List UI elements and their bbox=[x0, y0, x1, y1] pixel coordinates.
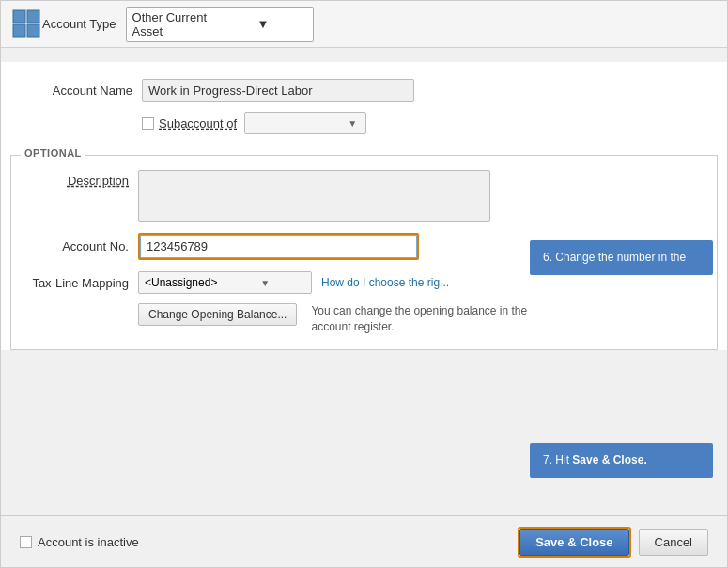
cancel-button[interactable]: Cancel bbox=[639, 529, 708, 556]
callout-1-text: 6. Change the number in the bbox=[543, 251, 686, 264]
svg-rect-0 bbox=[13, 10, 25, 23]
svg-rect-2 bbox=[13, 24, 25, 37]
spacer-1 bbox=[1, 48, 727, 62]
account-type-arrow-icon: ▼ bbox=[220, 17, 307, 32]
grid-icon bbox=[12, 9, 42, 39]
subaccount-dropdown[interactable]: ▼ bbox=[244, 112, 366, 134]
inactive-label: Account is inactive bbox=[38, 535, 139, 549]
main-container: Account Type Other Current Asset ▼ Accou… bbox=[0, 0, 728, 568]
change-balance-row: Change Opening Balance... You can change… bbox=[138, 303, 703, 335]
header-bar: Account Type Other Current Asset ▼ bbox=[1, 1, 727, 48]
change-opening-balance-button[interactable]: Change Opening Balance... bbox=[138, 303, 297, 326]
account-type-label: Account Type bbox=[42, 17, 116, 31]
inactive-checkbox-row: Account is inactive bbox=[20, 535, 518, 549]
description-textarea[interactable] bbox=[138, 170, 490, 222]
tax-line-dropdown[interactable]: <Unassigned> ▼ bbox=[138, 271, 312, 294]
callout-1: 6. Change the number in the bbox=[530, 240, 713, 275]
how-to-link[interactable]: How do I choose the rig... bbox=[321, 276, 449, 289]
optional-label: OPTIONAL bbox=[21, 147, 85, 159]
account-name-input[interactable] bbox=[142, 79, 414, 102]
form-section: Account Name Subaccount of ▼ OPTIONAL De… bbox=[1, 62, 727, 350]
bottom-bar: Account is inactive Save & Close Cancel bbox=[1, 515, 727, 567]
account-no-input-wrapper bbox=[138, 233, 419, 260]
subaccount-arrow-icon: ▼ bbox=[345, 115, 360, 130]
description-row: Description bbox=[25, 170, 703, 222]
account-name-row: Account Name bbox=[20, 79, 708, 102]
account-no-input[interactable] bbox=[140, 235, 417, 258]
account-no-label: Account No. bbox=[25, 239, 129, 253]
tax-line-label: Tax-Line Mapping bbox=[25, 276, 129, 290]
account-name-label: Account Name bbox=[20, 84, 132, 98]
form-wrapper: Account Name Subaccount of ▼ bbox=[1, 62, 727, 155]
save-close-button[interactable]: Save & Close bbox=[519, 529, 628, 556]
save-close-btn-wrapper: Save & Close bbox=[518, 527, 630, 558]
inactive-checkbox[interactable] bbox=[20, 536, 32, 548]
account-type-value: Other Current Asset bbox=[132, 10, 220, 38]
tax-line-value: <Unassigned> bbox=[145, 276, 225, 289]
svg-rect-3 bbox=[27, 24, 39, 37]
description-label: Description bbox=[25, 170, 129, 188]
account-type-dropdown[interactable]: Other Current Asset ▼ bbox=[126, 7, 314, 42]
subaccount-label: Subaccount of bbox=[159, 116, 237, 130]
balance-note: You can change the opening balance in th… bbox=[311, 303, 527, 335]
callout-2-text: 7. Hit Save & Close. bbox=[543, 453, 647, 467]
svg-rect-1 bbox=[27, 10, 39, 23]
tax-line-arrow-icon: ▼ bbox=[225, 275, 306, 290]
callout-2: 7. Hit Save & Close. bbox=[530, 443, 713, 478]
bottom-buttons: Save & Close Cancel bbox=[518, 527, 708, 558]
subaccount-row: Subaccount of ▼ bbox=[20, 112, 708, 134]
subaccount-checkbox[interactable] bbox=[142, 117, 154, 130]
